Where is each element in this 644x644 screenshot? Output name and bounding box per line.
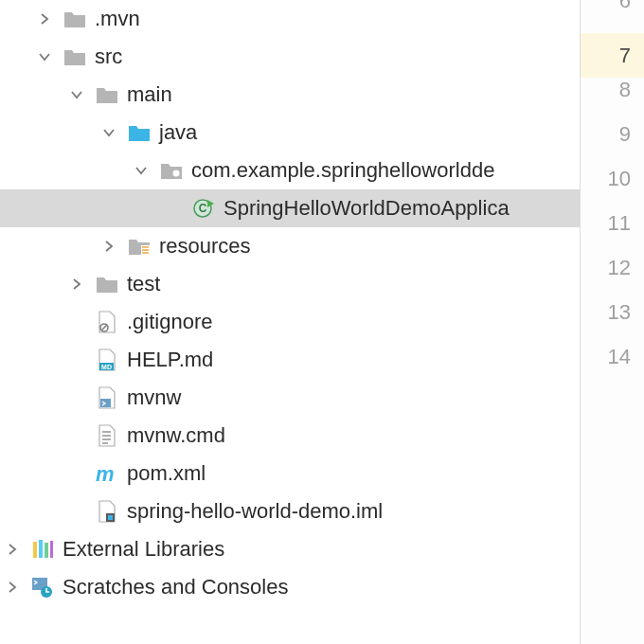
line-number: 7	[581, 33, 644, 78]
chevron-right-icon	[4, 579, 21, 596]
ignore-file-icon	[95, 311, 119, 333]
package-icon	[159, 159, 184, 182]
svg-rect-19	[33, 542, 37, 558]
svg-rect-18	[108, 515, 113, 520]
line-number: 8	[619, 78, 631, 102]
tree-item-external-libraries[interactable]: External Libraries	[0, 530, 580, 568]
tree-item-mvnwcmd[interactable]: mvnw.cmd	[0, 417, 580, 455]
svg-text:MD: MD	[101, 364, 112, 370]
text-file-icon	[95, 424, 119, 447]
tree-item-label: HELP.md	[127, 348, 213, 372]
tree-item-scratches[interactable]: Scratches and Consoles	[0, 568, 580, 606]
module-file-icon	[95, 500, 119, 523]
folder-icon	[95, 273, 119, 295]
source-folder-icon	[127, 121, 152, 144]
svg-point-0	[173, 170, 180, 177]
tree-item-label: resources	[159, 234, 251, 259]
line-number: 14	[608, 345, 631, 369]
tree-item-gitignore[interactable]: .gitignore	[0, 303, 580, 341]
tree-item-main[interactable]: main	[0, 76, 580, 114]
libraries-icon	[30, 538, 55, 561]
tree-item-label: spring-hello-world-demo.iml	[127, 499, 383, 524]
markdown-file-icon: MD	[95, 349, 119, 371]
chevron-right-icon	[100, 238, 117, 255]
folder-icon	[95, 83, 119, 106]
editor-gutter: 67891011121314	[580, 0, 644, 644]
tree-item-src[interactable]: src	[0, 38, 580, 76]
tree-item-pomxml[interactable]: m pom.xml	[0, 455, 580, 492]
tree-item-label: main	[127, 82, 172, 107]
chevron-right-icon	[36, 10, 53, 27]
tree-item-mvnw[interactable]: mvnw	[0, 379, 580, 417]
tree-item-label: test	[127, 272, 160, 296]
tree-item-label: .mvn	[95, 7, 140, 31]
tree-item-test[interactable]: test	[0, 265, 580, 303]
tree-item-java[interactable]: java	[0, 114, 580, 152]
svg-rect-22	[50, 541, 53, 558]
tree-item-label: src	[95, 45, 122, 69]
tree-item-helpmd[interactable]: MD HELP.md	[0, 341, 580, 379]
tree-item-mvn[interactable]: .mvn	[0, 0, 580, 38]
tree-item-label: Scratches and Consoles	[63, 575, 288, 599]
tree-item-label: mvnw	[127, 385, 181, 410]
line-number: 13	[608, 300, 631, 325]
project-tree: .mvn src main java	[0, 0, 580, 644]
resources-folder-icon	[127, 235, 152, 258]
tree-item-resources[interactable]: resources	[0, 227, 580, 265]
svg-text:C: C	[199, 202, 207, 215]
svg-rect-21	[45, 543, 48, 558]
tree-item-package[interactable]: com.example.springhelloworldde	[0, 152, 580, 189]
tree-item-app-class[interactable]: C SpringHelloWorldDemoApplica	[0, 189, 580, 227]
folder-icon	[63, 8, 87, 30]
tree-item-label: SpringHelloWorldDemoApplica	[224, 196, 510, 221]
line-number: 10	[608, 167, 631, 191]
chevron-down-icon	[68, 86, 85, 103]
chevron-down-icon	[100, 124, 117, 141]
svg-rect-20	[39, 540, 43, 558]
chevron-right-icon	[68, 276, 85, 293]
maven-pom-icon: m	[95, 462, 119, 485]
line-number: 6	[619, 0, 631, 13]
folder-icon	[63, 45, 87, 68]
tree-item-label: com.example.springhelloworldde	[191, 158, 494, 183]
tree-item-label: mvnw.cmd	[127, 423, 225, 448]
chevron-right-icon	[4, 541, 21, 558]
scratches-icon	[30, 576, 55, 599]
line-number: 9	[619, 122, 631, 147]
tree-item-iml[interactable]: spring-hello-world-demo.iml	[0, 492, 580, 530]
tree-item-label: pom.xml	[127, 461, 206, 486]
line-number: 12	[608, 256, 631, 280]
chevron-down-icon	[133, 162, 150, 179]
tree-item-label: External Libraries	[63, 537, 224, 562]
line-number: 11	[608, 211, 631, 236]
tree-item-label: java	[159, 120, 197, 145]
svg-text:m: m	[96, 462, 115, 485]
java-class-run-icon: C	[191, 197, 216, 220]
tree-item-label: .gitignore	[127, 310, 213, 334]
shell-file-icon	[95, 386, 119, 409]
chevron-down-icon	[36, 48, 53, 65]
